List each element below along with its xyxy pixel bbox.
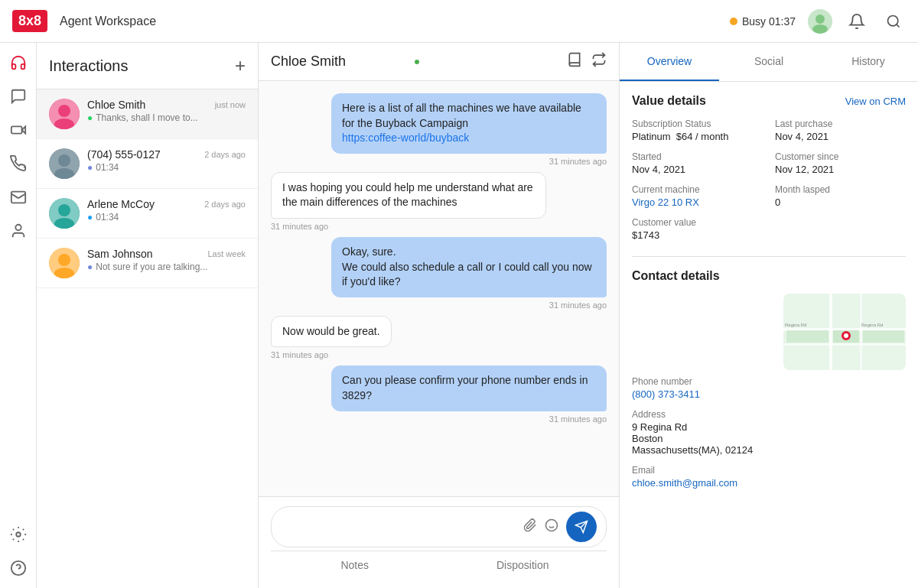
sidebar-icon-voicemail[interactable] [5, 184, 32, 211]
detail-value: Nov 4, 2021 [632, 164, 763, 175]
status-text: Busy 01:37 [742, 15, 796, 28]
detail-subscription: Subscription Status Platinum $64 / month [632, 119, 763, 142]
detail-label: Month lasped [775, 184, 906, 195]
contact-address-label: Address [632, 409, 906, 420]
contact-phone-label: Phone number [632, 376, 906, 387]
contact-section-header: Contact details [632, 269, 906, 283]
attachment-icon[interactable] [523, 518, 537, 536]
list-item[interactable]: (704) 555-0127 2 days ago ● 01:34 [37, 139, 258, 189]
message-outgoing: Okay, sure.We could also schedule a call… [331, 237, 607, 310]
chat-footer-tabs: Notes Disposition [271, 551, 607, 579]
status-indicator: Busy 01:37 [730, 15, 796, 28]
interactions-header: Interactions + [37, 43, 258, 89]
contact-name: Chloe Smith [87, 99, 145, 111]
contact-info: Sam Johnson Last week ● Not sure if you … [87, 248, 246, 272]
message-bubble: Here is a list of all the machines we ha… [331, 93, 607, 154]
svg-rect-35 [786, 330, 828, 343]
avatar [49, 248, 80, 278]
detail-current-machine: Current machine Virgo 22 10 RX [632, 184, 763, 208]
emoji-icon[interactable] [545, 518, 558, 536]
app-title: Agent Workspace [60, 15, 730, 28]
value-details-section: Value details View on CRM Subscription S… [632, 94, 906, 241]
avatar [49, 99, 80, 129]
message-incoming: I was hoping you could help me understan… [271, 172, 546, 231]
right-tabs: Overview Social History [620, 43, 918, 82]
message-time: 31 minutes ago [549, 157, 607, 166]
detail-label: Started [632, 151, 763, 162]
search-icon[interactable] [881, 9, 906, 34]
tab-disposition[interactable]: Disposition [439, 551, 607, 579]
send-button[interactable] [566, 512, 597, 542]
map-container: Regina Rd Regina Rd [783, 294, 906, 370]
svg-point-13 [58, 105, 70, 117]
topbar: 8x8 Agent Workspace Busy 01:37 [0, 0, 918, 43]
message-bubble: I was hoping you could help me understan… [271, 172, 546, 219]
book-icon[interactable] [567, 52, 582, 71]
list-item[interactable]: Chloe Smith just now ● Thanks, shall I m… [37, 89, 258, 139]
tab-social[interactable]: Social [719, 43, 819, 81]
detail-label: Subscription Status [632, 119, 763, 129]
sidebar-icon-video[interactable] [5, 116, 32, 144]
chat-messages: Here is a list of all the machines we ha… [259, 81, 619, 496]
contact-preview: ● Thanks, shall I move to... [87, 112, 246, 123]
message-incoming: Now would be great. 31 minutes ago [271, 316, 392, 360]
detail-value-link[interactable]: Virgo 22 10 RX [632, 197, 763, 208]
tab-overview[interactable]: Overview [620, 43, 719, 81]
preview-text: Not sure if you are talking... [96, 262, 207, 272]
chat-input-row [271, 506, 607, 547]
agent-avatar[interactable] [808, 9, 832, 34]
contact-details-title: Contact details [632, 269, 720, 283]
sidebar-icon-contact[interactable] [5, 217, 32, 245]
notifications-icon[interactable] [845, 9, 869, 34]
message-link[interactable]: https:coffee-world/buyback [342, 132, 469, 144]
contact-address-row: Address 9 Regina Rd Boston Massachusetts… [632, 409, 906, 456]
status-dot [730, 18, 737, 25]
svg-point-1 [815, 15, 825, 24]
detail-value: Nov 4, 2021 [775, 131, 906, 142]
contact-details-section: Contact details [632, 269, 906, 489]
contact-email-row: Email chloe.smith@gmail.com [632, 465, 906, 489]
svg-point-9 [16, 532, 21, 537]
avatar [49, 198, 80, 229]
add-interaction-button[interactable]: + [235, 55, 246, 76]
contact-phone-value[interactable]: (800) 373-3411 [632, 388, 906, 400]
detail-last-purchase: Last purchase Nov 4, 2021 [775, 119, 906, 142]
sidebar-icon-headset[interactable] [5, 49, 32, 76]
main-layout: Interactions + Chloe Smith just now [0, 43, 918, 588]
chat-input-area: Notes Disposition [259, 496, 619, 588]
online-dot [413, 58, 421, 66]
view-on-crm-link[interactable]: View on CRM [845, 96, 906, 107]
list-item[interactable]: Sam Johnson Last week ● Not sure if you … [37, 239, 258, 288]
tab-notes[interactable]: Notes [271, 551, 439, 579]
divider [632, 256, 906, 257]
contact-name: (704) 555-0127 [87, 148, 161, 161]
sidebar-icon-phone[interactable] [5, 150, 32, 177]
svg-rect-7 [11, 192, 24, 203]
sidebar-icon-settings[interactable] [5, 521, 32, 548]
value-details-title: Value details [632, 94, 706, 108]
sidebar-icon-help[interactable] [5, 554, 32, 582]
contact-time: Last week [207, 249, 246, 258]
address-line3: Massachusetts(MA), 02124 [632, 444, 753, 456]
svg-point-8 [15, 225, 21, 230]
svg-point-19 [58, 204, 70, 216]
list-item[interactable]: Arlene McCoy 2 days ago ● 01:34 [37, 189, 258, 239]
contact-time: 2 days ago [204, 200, 246, 209]
tab-history[interactable]: History [819, 43, 918, 81]
chat-input[interactable] [281, 521, 516, 533]
contact-preview: ● Not sure if you are talking... [87, 262, 246, 272]
contact-preview: ● 01:34 [87, 162, 246, 173]
contact-phone-row: Phone number (800) 373-3411 [632, 376, 906, 400]
sidebar-icon-chat[interactable] [5, 83, 32, 110]
contact-name: Arlene McCoy [87, 198, 155, 210]
svg-point-22 [58, 254, 70, 266]
details-grid: Subscription Status Platinum $64 / month… [632, 119, 906, 241]
message-time: 31 minutes ago [549, 414, 607, 424]
transfer-icon[interactable] [591, 52, 607, 71]
detail-value: $1743 [632, 229, 763, 241]
sidebar-icons [0, 43, 37, 588]
svg-rect-36 [863, 330, 904, 343]
contact-email-value[interactable]: chloe.smith@gmail.com [632, 477, 906, 489]
chat-header: Chloe Smith [259, 43, 619, 81]
detail-started: Started Nov 4, 2021 [632, 151, 763, 175]
